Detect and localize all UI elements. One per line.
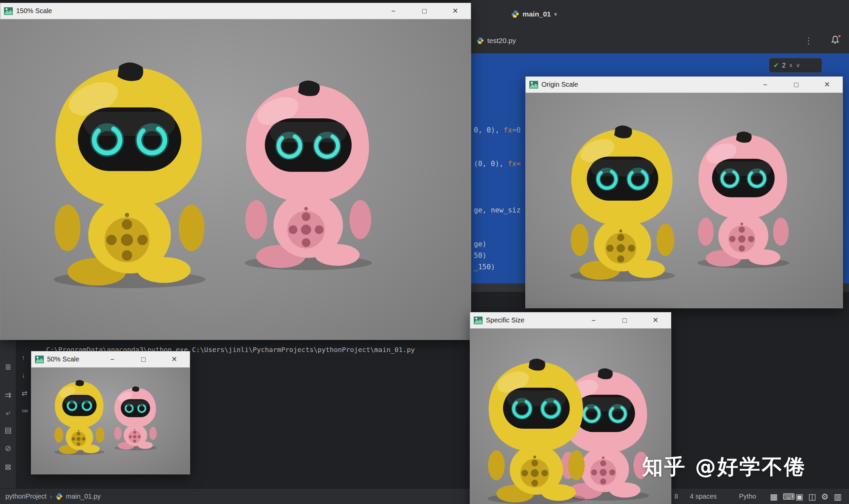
close-button[interactable]: × bbox=[159, 352, 190, 367]
search-matches-pill[interactable]: ✔ 2 ∧ ∨ bbox=[769, 58, 822, 73]
inspections-icon[interactable]: ⊘ bbox=[0, 444, 16, 453]
window-title: Origin Scale bbox=[541, 81, 578, 88]
ime-mode-icon[interactable]: ▣ bbox=[796, 492, 803, 502]
scroll-up-icon[interactable]: ↑ bbox=[21, 354, 25, 362]
maximize-button[interactable]: □ bbox=[781, 77, 812, 92]
ime-keyboard-icon[interactable]: ⌨ bbox=[783, 492, 795, 502]
notifications-button[interactable] bbox=[831, 35, 840, 46]
window-titlebar[interactable]: Specific Size − □ × bbox=[470, 312, 671, 328]
code-line: (0, 0), fx= bbox=[474, 160, 521, 168]
code-line: 0, 0), fx=0 bbox=[474, 126, 521, 134]
code-line: ge) bbox=[474, 240, 487, 248]
list-icon[interactable]: ≔ bbox=[21, 407, 29, 415]
maximize-button[interactable]: □ bbox=[409, 3, 440, 19]
structure-tool-icon[interactable]: ≣ bbox=[0, 362, 16, 372]
swap-icon[interactable]: ⇄ bbox=[21, 389, 28, 397]
window-origin-scale: Origin Scale − □ × bbox=[525, 76, 843, 308]
minimize-button[interactable]: − bbox=[97, 352, 128, 367]
image-canvas bbox=[526, 93, 843, 308]
minimize-button[interactable]: − bbox=[750, 77, 781, 92]
match-count: 2 bbox=[782, 61, 786, 69]
breadcrumb-separator: › bbox=[50, 492, 52, 500]
unread-dot bbox=[837, 34, 841, 38]
pink-robot-image bbox=[111, 385, 160, 451]
softwrap-icon[interactable]: ⤶ bbox=[0, 408, 16, 417]
next-match-button[interactable]: ∨ bbox=[796, 62, 800, 69]
scroll-down-icon[interactable]: ↓ bbox=[21, 371, 25, 379]
clear-console-icon[interactable]: ⊠ bbox=[0, 463, 16, 472]
code-line: _150) bbox=[474, 263, 495, 271]
zhihu-watermark: 知乎 @好学不倦 bbox=[642, 453, 806, 481]
check-icon: ✔ bbox=[773, 61, 779, 69]
yellow-robot-image bbox=[44, 57, 216, 290]
yellow-robot-image bbox=[481, 355, 592, 504]
breadcrumb-project[interactable]: pythonProject bbox=[5, 492, 47, 500]
yellow-robot-image bbox=[51, 378, 108, 455]
window-specific-size: Specific Size − □ × bbox=[470, 312, 671, 504]
maximize-button[interactable]: □ bbox=[128, 352, 159, 367]
window-title: Specific Size bbox=[486, 317, 525, 324]
opencv-window-icon bbox=[35, 355, 44, 364]
project-selector[interactable]: main_01 ▾ bbox=[511, 10, 557, 18]
ide-titlebar[interactable]: main_01 ▾ ⋮ bbox=[471, 0, 849, 28]
python-logo-icon bbox=[511, 10, 519, 18]
python-file-icon bbox=[55, 493, 63, 500]
indent-setting[interactable]: 4 spaces bbox=[690, 492, 717, 500]
pink-robot-image bbox=[691, 128, 796, 269]
breadcrumb-file[interactable]: main_01.py bbox=[66, 492, 101, 500]
opencv-window-icon bbox=[474, 316, 483, 325]
opencv-window-icon bbox=[4, 7, 13, 16]
python-file-icon bbox=[477, 37, 484, 44]
window-titlebar[interactable]: 150% Scale − □ × bbox=[0, 3, 471, 19]
ime-grid-icon[interactable]: ▦ bbox=[770, 492, 778, 502]
tab-test20[interactable]: test20.py bbox=[477, 28, 516, 53]
window-title: 50% Scale bbox=[47, 355, 80, 363]
window-titlebar[interactable]: Origin Scale − □ × bbox=[526, 77, 843, 93]
close-button[interactable]: × bbox=[640, 312, 671, 328]
encoding-fragment: 8 bbox=[674, 492, 678, 500]
pink-robot-image bbox=[236, 76, 381, 272]
image-canvas bbox=[0, 19, 471, 340]
ime-panel-icon[interactable]: ▥ bbox=[834, 492, 842, 502]
project-name: main_01 bbox=[523, 10, 551, 18]
close-button[interactable]: × bbox=[812, 77, 843, 92]
print-icon[interactable]: ▤ bbox=[0, 426, 16, 435]
window-50-scale: 50% Scale − □ × bbox=[31, 351, 190, 474]
code-line: 50) bbox=[474, 252, 487, 259]
window-150-scale: 150% Scale − □ × bbox=[0, 3, 471, 340]
tab-options-button[interactable]: ⋮ bbox=[804, 36, 813, 46]
image-canvas bbox=[31, 367, 190, 474]
interpreter-label[interactable]: Pytho bbox=[739, 492, 765, 500]
breadcrumb[interactable]: pythonProject › main_01.py bbox=[5, 492, 101, 500]
chevron-down-icon: ▾ bbox=[554, 11, 557, 17]
screenshot-root: main_01 ▾ ⋮ bbox=[0, 0, 849, 504]
code-line: ge, new_siz bbox=[474, 206, 521, 214]
close-button[interactable]: × bbox=[440, 3, 471, 19]
opencv-window-icon bbox=[529, 80, 538, 89]
window-titlebar[interactable]: 50% Scale − □ × bbox=[31, 352, 190, 367]
minimize-button[interactable]: − bbox=[378, 3, 409, 19]
yellow-robot-image bbox=[563, 122, 682, 283]
window-title: 150% Scale bbox=[16, 7, 52, 15]
ime-layout-icon[interactable]: ◫ bbox=[808, 492, 816, 502]
maximize-button[interactable]: □ bbox=[609, 312, 640, 328]
tab-filename: test20.py bbox=[487, 37, 516, 45]
editor-tab-bar: test20.py ⋮ bbox=[471, 28, 849, 53]
prev-match-button[interactable]: ∧ bbox=[789, 62, 793, 69]
run-tool-icon[interactable]: ⇉ bbox=[0, 391, 16, 400]
ime-settings-icon[interactable]: ⚙ bbox=[821, 492, 829, 502]
image-canvas bbox=[470, 328, 671, 504]
status-bar: pythonProject › main_01.py 8 4 spaces Py… bbox=[0, 488, 849, 504]
minimize-button[interactable]: − bbox=[578, 312, 609, 328]
